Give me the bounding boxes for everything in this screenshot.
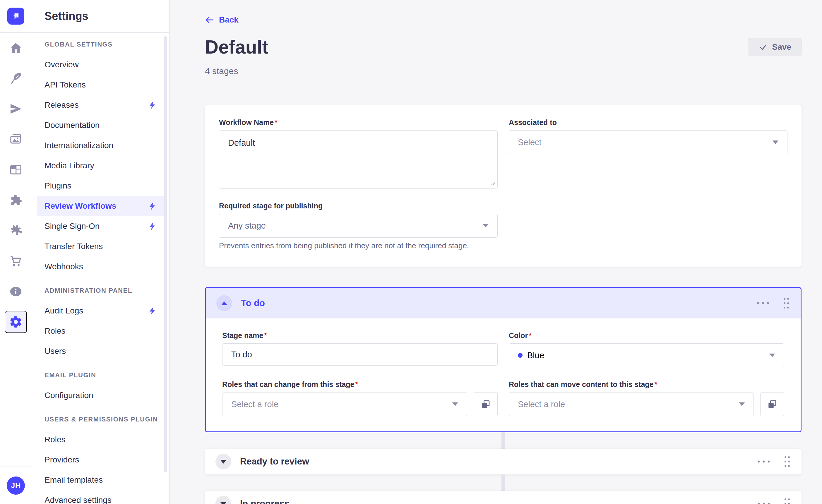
nav-section-header: ADMINISTRATION PANEL [32, 285, 169, 297]
stage-connector [501, 432, 505, 449]
sidebar-item-label: Roles [44, 435, 157, 444]
home-icon[interactable] [0, 33, 32, 63]
stage-color-label: Color* [509, 331, 784, 340]
page-title: Default [205, 36, 269, 58]
sidebar-item-users[interactable]: Users [37, 341, 164, 361]
strapi-logo[interactable] [7, 8, 24, 25]
title-row: Default Save [205, 36, 802, 58]
resize-grip-icon[interactable] [490, 180, 495, 186]
sidebar-item-label: API Tokens [44, 80, 157, 90]
layout-icon[interactable] [0, 154, 32, 185]
sidebar-item-plugins[interactable]: Plugins [37, 175, 164, 196]
stage-todo-header: To do [206, 288, 801, 319]
stage-actions [756, 297, 790, 310]
content-feather-icon[interactable] [0, 63, 32, 94]
collapse-stage-button[interactable] [216, 295, 232, 311]
duplicate-icon [480, 399, 491, 410]
stage-color-select[interactable]: Blue [509, 343, 784, 367]
stage-color-field: Color* Blue [509, 331, 784, 367]
nav-section-header: GLOBAL SETTINGS [32, 39, 169, 50]
stage-menu-icon[interactable] [757, 502, 771, 504]
required-marker: * [264, 331, 267, 340]
icon-rail: JH [0, 0, 32, 504]
workflow-name-field: Workflow Name* Default [219, 118, 498, 189]
workflow-form-card: Workflow Name* Default Associated to Sel… [205, 105, 802, 267]
required-stage-select[interactable]: Any stage [219, 214, 498, 238]
sidebar-item-overview[interactable]: Overview [37, 54, 164, 75]
save-button[interactable]: Save [749, 38, 802, 56]
back-link[interactable]: Back [205, 15, 239, 25]
sidebar-item-audit-logs[interactable]: Audit Logs [37, 301, 164, 321]
rail-footer: JH [0, 467, 32, 504]
sidebar-item-review-workflows[interactable]: Review Workflows [37, 196, 164, 216]
stage-menu-icon[interactable] [757, 460, 771, 463]
settings-subnav: Settings GLOBAL SETTINGS Overview API To… [32, 0, 170, 504]
stage-menu-icon[interactable] [756, 302, 770, 305]
stage-connector [501, 474, 505, 491]
stage-color-value: Blue [527, 351, 769, 360]
subnav-scrollbar[interactable] [164, 36, 167, 472]
user-avatar[interactable]: JH [7, 477, 25, 495]
stage-name-label: Stage name* [222, 331, 498, 340]
nav-section-header: EMAIL PLUGIN [32, 369, 169, 381]
sidebar-item-label: Documentation [44, 121, 157, 130]
sidebar-item-advanced-settings[interactable]: Advanced settings [37, 490, 164, 504]
sidebar-item-label: Roles [44, 326, 157, 336]
strapi-logo-glyph [10, 11, 21, 22]
roles-change-field: Roles that can change from this stage* S… [222, 380, 498, 416]
chevron-down-icon [739, 403, 745, 406]
chevron-up-icon [221, 302, 228, 305]
sidebar-item-releases[interactable]: Releases [37, 95, 164, 115]
subnav-header: Settings [32, 0, 169, 33]
sidebar-item-media-library[interactable]: Media Library [37, 155, 164, 175]
sidebar-item-configuration[interactable]: Configuration [37, 385, 164, 405]
duplicate-roles-button[interactable] [760, 392, 784, 416]
stage-card-ready-to-review: Ready to review [205, 449, 802, 474]
nav-section-global-settings: GLOBAL SETTINGS Overview API Tokens Rele… [32, 39, 169, 277]
sidebar-item-roles[interactable]: Roles [37, 321, 164, 341]
stage-drag-handle-icon[interactable] [783, 297, 790, 310]
sidebar-item-roles[interactable]: Roles [37, 429, 164, 450]
associated-to-value: Select [518, 137, 773, 147]
stage-drag-handle-icon[interactable] [783, 497, 791, 504]
sidebar-item-api-tokens[interactable]: API Tokens [37, 75, 164, 95]
purchase-cart-icon[interactable] [0, 246, 32, 276]
media-library-icon[interactable] [0, 124, 32, 154]
stage-drag-handle-icon[interactable] [783, 455, 791, 468]
paper-plane-icon[interactable] [0, 94, 32, 124]
expand-stage-button[interactable] [216, 454, 231, 469]
duplicate-icon [767, 399, 778, 410]
sidebar-item-single-sign-on[interactable]: Single Sign-On [37, 216, 164, 236]
sidebar-item-email-templates[interactable]: Email templates [37, 470, 164, 490]
subnav-title: Settings [44, 10, 88, 23]
gear-glyph [9, 315, 23, 329]
workflow-name-input[interactable]: Default [219, 130, 498, 189]
settings-gear-icon[interactable] [5, 311, 27, 333]
stage-actions [757, 497, 791, 504]
nav-section-email-plugin: EMAIL PLUGIN Configuration [32, 369, 169, 405]
sidebar-item-providers[interactable]: Providers [37, 450, 164, 470]
sidebar-item-transfer-tokens[interactable]: Transfer Tokens [37, 236, 164, 257]
stage-title: To do [241, 298, 756, 309]
check-icon [759, 43, 768, 51]
back-label: Back [219, 15, 239, 25]
sidebar-item-webhooks[interactable]: Webhooks [37, 257, 164, 277]
chevron-down-icon [483, 224, 489, 227]
roles-move-select[interactable]: Select a role [509, 392, 754, 416]
page-subtitle: 4 stages [205, 66, 802, 76]
sidebar-item-documentation[interactable]: Documentation [37, 115, 164, 135]
sidebar-item-label: Media Library [44, 161, 157, 170]
info-icon[interactable] [0, 276, 32, 307]
duplicate-roles-button[interactable] [474, 392, 498, 416]
stage-card-in-progress: In progress [205, 491, 802, 504]
plugin-puzzle-icon[interactable] [0, 185, 32, 215]
required-stage-label: Required stage for publishing [219, 202, 498, 210]
marketplace-puzzle-icon[interactable] [0, 215, 32, 246]
chevron-down-icon [452, 403, 458, 406]
stage-name-input[interactable] [222, 343, 498, 366]
sidebar-item-internationalization[interactable]: Internationalization [37, 135, 164, 155]
associated-to-select[interactable]: Select [509, 130, 787, 154]
rail-logo-area [0, 0, 32, 33]
expand-stage-button[interactable] [216, 496, 231, 504]
roles-change-select[interactable]: Select a role [222, 392, 467, 416]
